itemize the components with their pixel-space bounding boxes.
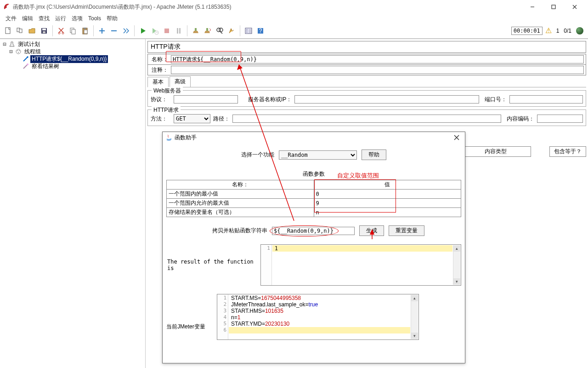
path-label: 路径： — [213, 115, 230, 123]
select-function-label: 选择一个功能 — [241, 151, 274, 159]
tree-http[interactable]: HTTP请求${__Random(0,9,n)} — [30, 55, 108, 63]
window-maximize[interactable] — [543, 0, 564, 14]
tree-group[interactable]: 线程组 — [23, 48, 42, 56]
help-button[interactable]: 帮助 — [362, 150, 386, 160]
annotation-range: 自定义取值范围 — [337, 172, 379, 180]
toggle-icon[interactable] — [120, 25, 131, 36]
run-icon[interactable] — [137, 25, 148, 36]
port-input[interactable] — [509, 95, 583, 104]
table-row: 存储结果的变量名（可选）n — [167, 208, 461, 217]
scrollbar[interactable]: ▴▾ — [411, 295, 418, 339]
dialog-close-icon[interactable] — [451, 132, 462, 143]
col-content-type: 内容类型 — [460, 146, 531, 157]
open-icon[interactable] — [27, 25, 38, 36]
menu-help[interactable]: 帮助 — [104, 14, 120, 23]
sampler-icon — [22, 55, 29, 63]
menu-file[interactable]: 文件 — [3, 14, 19, 23]
function-helper-dialog: 函数助手 选择一个功能 __Random 帮助 函数参数 自定义取值范围 名称：… — [162, 132, 465, 363]
tab-advanced[interactable]: 高级 — [170, 76, 191, 87]
warning-count: 1 — [556, 28, 560, 34]
function-string-field[interactable]: ${__Random(0,9,n)} — [272, 227, 355, 235]
paste-icon[interactable] — [79, 25, 90, 36]
svg-point-24 — [16, 49, 21, 54]
cut-icon[interactable] — [56, 25, 67, 36]
menu-edit[interactable]: 编辑 — [19, 14, 36, 23]
test-plan-tree[interactable]: ⊟测试计划 ⊟线程组 HTTP请求${__Random(0,9,n)} 察看结果… — [0, 39, 146, 368]
function-helper-icon[interactable] — [243, 25, 254, 36]
col-name: 名称： — [167, 180, 314, 190]
warning-icon[interactable]: ⚠ — [545, 26, 552, 35]
stop-icon[interactable] — [161, 25, 172, 36]
beaker-icon — [8, 40, 16, 48]
toolbar: ? 00:00:01 ⚠ 1 0/1 — [0, 23, 588, 39]
tab-basic[interactable]: 基本 — [147, 77, 169, 87]
svg-rect-13 — [84, 30, 87, 34]
svg-rect-0 — [552, 5, 555, 9]
table-row: 一个范围内的最小值0 — [167, 190, 461, 199]
tree-plan[interactable]: 测试计划 — [17, 40, 41, 48]
name-label: 名称： — [150, 56, 171, 63]
copy-icon[interactable] — [68, 25, 79, 36]
run-no-timers-icon[interactable] — [149, 25, 160, 36]
svg-point-26 — [19, 50, 20, 51]
menu-tools[interactable]: Tools — [85, 14, 104, 23]
result-output[interactable]: 1 1 ▴▾ — [260, 244, 461, 286]
result-label: The result of the function is — [166, 244, 258, 286]
new-icon[interactable] — [3, 25, 14, 36]
col-include-equals: 包含等于？ — [549, 146, 586, 157]
server-input[interactable] — [294, 95, 479, 104]
svg-point-19 — [219, 28, 223, 32]
vars-output[interactable]: 1START.MS=1675044995358 2JMeterThread.la… — [217, 294, 419, 340]
thread-count: 0/1 — [564, 28, 571, 34]
search-icon[interactable] — [214, 25, 225, 36]
menu-options[interactable]: 选项 — [69, 14, 85, 23]
reset-button[interactable]: 重置变量 — [389, 225, 424, 236]
clear-icon[interactable] — [190, 25, 201, 36]
generate-button[interactable]: 生成 — [359, 225, 384, 236]
svg-rect-10 — [72, 29, 75, 34]
menu-find[interactable]: 查找 — [36, 14, 52, 23]
function-select[interactable]: __Random — [279, 150, 357, 160]
help-icon[interactable]: ? — [255, 25, 266, 36]
method-label: 方法： — [151, 115, 171, 123]
tree-listener[interactable]: 察看结果树 — [30, 63, 61, 70]
jmeter-icon — [3, 3, 10, 11]
svg-rect-17 — [206, 28, 208, 31]
group-web-server: Web服务器 — [152, 87, 183, 95]
collapse-icon[interactable] — [108, 25, 119, 36]
path-input[interactable] — [232, 115, 501, 123]
window-minimize[interactable] — [522, 0, 543, 14]
col-value: 值 — [314, 180, 461, 190]
name-input[interactable] — [171, 55, 584, 63]
server-label: 服务器名称或IP： — [248, 96, 292, 104]
thread-group-icon — [15, 48, 22, 55]
comment-label: 注释： — [150, 66, 171, 74]
svg-rect-12 — [84, 28, 86, 29]
table-row: 一个范围内允许的最大值9 — [167, 199, 461, 208]
clear-all-icon[interactable] — [202, 25, 213, 36]
copy-label: 拷贝并粘贴函数字符串 — [212, 227, 267, 235]
protocol-label: 协议： — [151, 96, 171, 104]
menu-run[interactable]: 运行 — [52, 14, 69, 23]
svg-text:?: ? — [259, 28, 262, 34]
protocol-input[interactable] — [174, 95, 238, 104]
method-select[interactable]: GET — [174, 114, 210, 123]
params-heading: 函数参数 — [166, 170, 461, 178]
group-http-request: HTTP请求 — [152, 106, 181, 114]
window-close[interactable] — [564, 0, 585, 14]
listener-icon — [22, 63, 29, 70]
svg-point-25 — [17, 50, 18, 51]
svg-rect-6 — [43, 31, 45, 33]
shutdown-icon[interactable] — [173, 25, 184, 36]
dialog-title: 函数助手 — [175, 134, 197, 142]
encoding-input[interactable] — [537, 115, 583, 123]
templates-icon[interactable] — [15, 25, 26, 36]
reset-search-icon[interactable] — [226, 25, 237, 36]
annotation-funcstr-oval — [270, 225, 339, 236]
comment-input[interactable] — [171, 66, 584, 74]
expand-icon[interactable] — [96, 25, 107, 36]
save-icon[interactable] — [39, 25, 50, 36]
svg-rect-5 — [42, 29, 46, 30]
svg-rect-16 — [195, 28, 197, 31]
scrollbar[interactable]: ▴▾ — [453, 245, 460, 285]
